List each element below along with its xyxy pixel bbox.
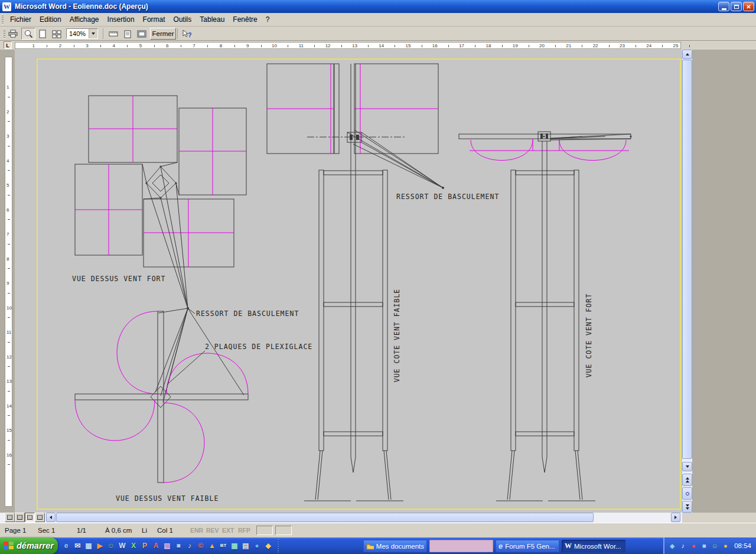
access-icon[interactable]: A bbox=[151, 541, 161, 550]
magnifier-button[interactable] bbox=[21, 28, 35, 40]
help-button[interactable]: ? bbox=[180, 28, 194, 40]
vruler-number: 11 bbox=[6, 330, 11, 335]
bt-icon[interactable]: BT bbox=[219, 541, 228, 550]
status-flag-ext[interactable]: EXT bbox=[222, 527, 234, 534]
menu-aide[interactable]: ? bbox=[262, 14, 274, 25]
calculator-icon[interactable]: ■ bbox=[174, 541, 183, 550]
zoom-dropdown-button[interactable] bbox=[89, 29, 97, 38]
vruler-tick bbox=[8, 195, 10, 195]
taskbar-clock[interactable]: 08:54 bbox=[734, 542, 751, 549]
excel-icon[interactable]: X bbox=[129, 541, 138, 550]
hruler-tick bbox=[234, 45, 235, 47]
label-ressort-left: RESSORT DE BASCULEMENT bbox=[196, 309, 299, 318]
web-view-button[interactable] bbox=[15, 513, 25, 522]
menu-edition[interactable]: Edition bbox=[35, 14, 66, 25]
page-view-button[interactable] bbox=[25, 513, 35, 522]
status-bar: Page 1 Sec 1 1/1 À 0,6 cm Li Col 1 ENR R… bbox=[0, 523, 756, 537]
status-section: Sec 1 bbox=[38, 527, 55, 534]
previous-page-button[interactable] bbox=[682, 474, 692, 486]
print-button[interactable] bbox=[6, 28, 20, 40]
close-icon: ✕ bbox=[746, 4, 751, 10]
multiple-pages-button[interactable] bbox=[50, 28, 64, 40]
copyright-tool-icon[interactable]: © bbox=[196, 541, 206, 550]
menu-format[interactable]: Format bbox=[139, 14, 170, 25]
zoom-combobox[interactable]: 140% bbox=[66, 28, 98, 39]
menu-fenetre[interactable]: Fenêtre bbox=[229, 14, 261, 25]
one-page-icon bbox=[38, 30, 47, 38]
task-microsoft-word[interactable]: W Microsoft Wor... bbox=[562, 540, 625, 552]
full-screen-button[interactable] bbox=[135, 28, 149, 40]
one-page-button[interactable] bbox=[35, 28, 50, 40]
word-app-icon: W bbox=[2, 2, 11, 11]
tab-selector[interactable]: L bbox=[4, 41, 12, 49]
close-preview-button[interactable]: Fermer bbox=[150, 28, 176, 40]
status-flag-enr[interactable]: ENR bbox=[190, 527, 203, 534]
volume-icon[interactable]: ♪ bbox=[679, 542, 687, 550]
label-vue-cote-vent-fort: VUE COTE VENT FORT bbox=[585, 294, 593, 378]
outlook-express-icon[interactable]: ✉ bbox=[73, 541, 82, 550]
internet-explorer-icon[interactable]: e bbox=[61, 541, 71, 550]
task-button-2[interactable] bbox=[429, 540, 493, 552]
next-page-button[interactable] bbox=[682, 501, 692, 513]
vertical-ruler-strip[interactable]: 12345678910111213141516 bbox=[5, 57, 12, 507]
task-forum-f5[interactable]: e Forum F5 Gen... bbox=[496, 540, 559, 552]
update-tray-icon[interactable]: ● bbox=[721, 542, 729, 550]
messenger-tray-icon[interactable]: ☺ bbox=[711, 542, 719, 550]
document-icon[interactable]: ▤ bbox=[241, 541, 250, 550]
menu-tableau[interactable]: Tableau bbox=[195, 14, 229, 25]
messenger-icon[interactable]: ☺ bbox=[106, 541, 116, 550]
hruler-number: 13 bbox=[352, 43, 357, 48]
warning-tool-icon[interactable]: ▲ bbox=[207, 541, 217, 550]
scrollbar-corner bbox=[682, 513, 756, 523]
vruler-number: 13 bbox=[6, 379, 12, 384]
hruler-tick bbox=[582, 45, 582, 47]
word-icon[interactable]: W bbox=[118, 541, 127, 550]
page-preview[interactable]: VUE DESSUS VENT FORT RESSORT DE BASCULEM… bbox=[15, 50, 682, 513]
minimize-button[interactable] bbox=[718, 2, 729, 11]
menu-outils[interactable]: Outils bbox=[170, 14, 196, 25]
close-button[interactable]: ✕ bbox=[743, 2, 754, 11]
restore-button[interactable] bbox=[731, 2, 742, 11]
windows-logo-icon bbox=[4, 542, 14, 550]
music-player-icon[interactable]: ♪ bbox=[185, 541, 194, 550]
paint-icon[interactable]: ▨ bbox=[162, 541, 172, 550]
quick-launch: e✉▦▶☺WXPA▨■♪©▲BT▦▤●◆ bbox=[61, 537, 273, 554]
menu-grip[interactable] bbox=[2, 15, 4, 24]
double-arrow-down-icon bbox=[686, 504, 689, 510]
grid-tool-icon[interactable]: ▦ bbox=[230, 541, 239, 550]
vertical-scrollbar-thumb[interactable] bbox=[682, 60, 692, 459]
scroll-down-button[interactable] bbox=[682, 462, 692, 471]
hruler-tick bbox=[448, 45, 449, 47]
globe-icon[interactable]: ● bbox=[252, 541, 262, 550]
status-flag-rfp[interactable]: RFP bbox=[238, 527, 250, 534]
graphics-tray-icon[interactable]: ◆ bbox=[668, 542, 676, 550]
shrink-to-fit-button[interactable] bbox=[120, 28, 135, 40]
show-desktop-icon[interactable]: ▦ bbox=[84, 541, 93, 550]
horizontal-ruler-strip[interactable]: 1234567891011121314151617181920212223242… bbox=[15, 42, 681, 49]
scroll-up-button[interactable] bbox=[682, 50, 692, 59]
status-flag-rev[interactable]: REV bbox=[206, 527, 219, 534]
menu-affichage[interactable]: Affichage bbox=[66, 14, 103, 25]
network-tray-icon[interactable]: ■ bbox=[700, 542, 708, 550]
select-browse-object-button[interactable] bbox=[682, 487, 692, 500]
vruler-tick bbox=[8, 342, 10, 343]
minimize-icon bbox=[722, 8, 726, 10]
horizontal-scrollbar-thumb[interactable] bbox=[56, 513, 594, 522]
scroll-right-button[interactable] bbox=[671, 513, 680, 522]
hruler-tick bbox=[662, 45, 663, 47]
menu-insertion[interactable]: Insertion bbox=[103, 14, 139, 25]
antivirus-tray-icon[interactable]: ● bbox=[689, 542, 698, 550]
start-button[interactable]: démarrer bbox=[0, 537, 58, 554]
menu-fichier[interactable]: Fichier bbox=[6, 14, 35, 25]
media-player-icon[interactable]: ▶ bbox=[95, 541, 105, 550]
task-mes-documents[interactable]: Mes documents bbox=[363, 540, 427, 552]
vertical-scrollbar[interactable] bbox=[682, 50, 692, 513]
normal-view-button[interactable] bbox=[5, 513, 15, 522]
toolbar-grip[interactable] bbox=[4, 29, 5, 38]
folder-tool-icon[interactable]: ◆ bbox=[263, 541, 273, 550]
powerpoint-icon[interactable]: P bbox=[140, 541, 149, 550]
scroll-left-button[interactable] bbox=[46, 513, 56, 522]
vruler-number: 8 bbox=[6, 256, 9, 262]
outline-view-button[interactable] bbox=[35, 513, 45, 522]
view-ruler-button[interactable] bbox=[106, 28, 120, 40]
